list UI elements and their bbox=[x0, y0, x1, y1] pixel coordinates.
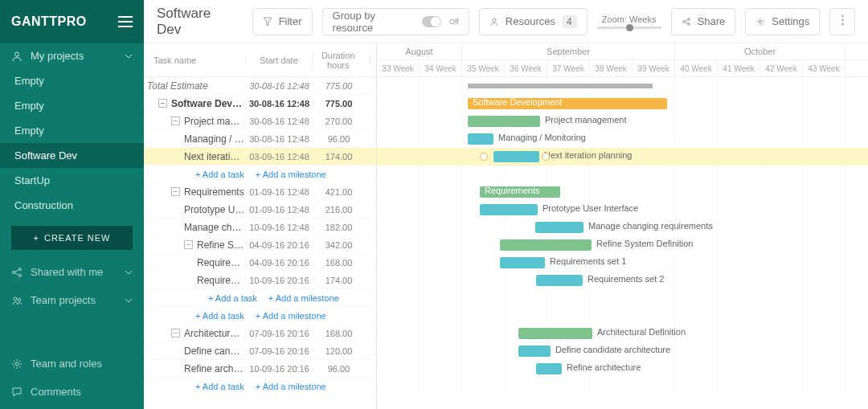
svg-point-12 bbox=[841, 15, 843, 17]
hamburger-icon[interactable] bbox=[118, 16, 133, 27]
task-name: Refine System Definition bbox=[197, 239, 245, 251]
sidebar-project[interactable]: Construction bbox=[0, 193, 144, 218]
task-duration: 775.00 bbox=[313, 81, 364, 91]
collapse-toggle[interactable]: – bbox=[184, 240, 193, 249]
task-duration: 342.00 bbox=[313, 240, 364, 250]
task-row[interactable]: Prototype User Interface01-09-16 12:4821… bbox=[144, 201, 376, 219]
sidebar-project[interactable]: Empty bbox=[0, 118, 144, 143]
task-start: 30-08-16 12:48 bbox=[245, 117, 313, 126]
resources-button[interactable]: Resources 4 bbox=[479, 8, 588, 35]
timeline-month: September bbox=[462, 43, 675, 59]
timeline-week: 37 Week bbox=[547, 60, 590, 77]
gantt-bar[interactable] bbox=[493, 151, 539, 162]
task-name: Project management bbox=[184, 116, 245, 127]
collapse-toggle[interactable]: – bbox=[171, 117, 180, 125]
gantt-bar[interactable] bbox=[500, 257, 545, 268]
collapse-toggle[interactable]: – bbox=[171, 329, 180, 337]
comments-link[interactable]: Comments bbox=[0, 378, 144, 406]
task-row[interactable]: –Requirements01-09-16 12:48421.00 bbox=[144, 183, 376, 201]
task-start: 30-08-16 12:48 bbox=[245, 134, 313, 144]
task-duration: 775.00 bbox=[313, 99, 364, 108]
task-row[interactable]: –Project management30-08-16 12:48270.00 bbox=[144, 112, 376, 130]
settings-button[interactable]: Settings bbox=[745, 8, 820, 35]
bar-label: Software Development bbox=[473, 97, 562, 107]
share-button[interactable]: Share bbox=[671, 8, 736, 35]
collapse-toggle[interactable]: – bbox=[171, 187, 180, 196]
gantt-bar[interactable] bbox=[500, 239, 592, 251]
col-more[interactable]: ⋮ bbox=[363, 55, 376, 65]
sidebar-project[interactable]: Empty bbox=[0, 93, 144, 118]
task-row[interactable]: Requirements set 104-09-16 20:16168.00 bbox=[144, 254, 376, 272]
add-milestone-link[interactable]: + Add a milestone bbox=[256, 309, 326, 323]
shared-with-me[interactable]: Shared with me bbox=[0, 258, 144, 286]
task-name: Architectural Definition bbox=[184, 328, 245, 339]
bar-label: Requirements set 1 bbox=[550, 256, 626, 266]
sidebar-project[interactable]: StartUp bbox=[0, 168, 144, 193]
timeline-week: 40 Week bbox=[675, 60, 718, 77]
milestone-marker[interactable] bbox=[480, 153, 488, 161]
add-milestone-link[interactable]: + Add a milestone bbox=[268, 291, 339, 305]
team-projects[interactable]: Team projects bbox=[0, 286, 144, 314]
gantt-bar[interactable] bbox=[480, 204, 538, 215]
collapse-toggle[interactable]: – bbox=[158, 99, 167, 108]
zoom-slider[interactable] bbox=[597, 27, 661, 29]
bar-label: Refine architecture bbox=[567, 362, 641, 372]
timeline-month: October bbox=[675, 43, 845, 59]
app-logo: GANTTPRO bbox=[11, 14, 87, 29]
task-row[interactable]: –Architectural Definition07-09-16 20:161… bbox=[144, 325, 376, 342]
task-row[interactable]: Requirements set 210-09-16 20:16174.00 bbox=[144, 272, 376, 289]
zoom-control[interactable]: Zoom: Weeks bbox=[597, 14, 661, 29]
more-button[interactable] bbox=[829, 8, 855, 35]
share-icon bbox=[11, 267, 23, 278]
task-start: 07-09-16 20:16 bbox=[245, 329, 313, 338]
add-task-link[interactable]: + Add a task bbox=[195, 167, 244, 182]
gantt-bar[interactable] bbox=[468, 133, 493, 145]
gantt-bar[interactable] bbox=[468, 84, 653, 88]
gantt-bar[interactable] bbox=[535, 222, 583, 233]
plus-icon: + bbox=[34, 233, 39, 243]
task-row[interactable]: Managing / Monitoring30-08-16 12:4896.00 bbox=[144, 130, 376, 148]
filter-button[interactable]: Filter bbox=[252, 8, 313, 35]
task-row[interactable]: Next iteration planning03-09-16 12:48174… bbox=[144, 148, 376, 166]
timeline-week: 38 Week bbox=[590, 60, 633, 77]
add-milestone-link[interactable]: + Add a milestone bbox=[256, 379, 326, 394]
team-and-roles[interactable]: Team and roles bbox=[0, 350, 144, 378]
add-milestone-link[interactable]: + Add a milestone bbox=[256, 167, 326, 182]
task-name: Next iteration planning bbox=[184, 151, 245, 162]
task-row[interactable]: –Refine System Definition04-09-16 20:163… bbox=[144, 236, 376, 254]
bar-label: Next iteration planning bbox=[544, 150, 632, 160]
create-new-button[interactable]: + CREATE NEW bbox=[11, 226, 133, 250]
svg-point-3 bbox=[19, 274, 22, 276]
bar-label: Requirements set 2 bbox=[588, 274, 664, 284]
add-task-link[interactable]: + Add a task bbox=[195, 379, 244, 394]
my-projects-header[interactable]: My projects bbox=[0, 43, 144, 68]
timeline-week: 34 Week bbox=[420, 60, 462, 77]
add-task-link[interactable]: + Add a task bbox=[195, 309, 244, 323]
sidebar-project[interactable]: Empty bbox=[0, 68, 144, 93]
gantt-bar[interactable] bbox=[468, 116, 540, 127]
gantt-bar[interactable] bbox=[518, 346, 551, 357]
kebab-icon bbox=[841, 14, 844, 28]
group-toggle[interactable] bbox=[422, 16, 441, 27]
gantt-bar[interactable] bbox=[536, 275, 583, 286]
sidebar-project[interactable]: Software Dev bbox=[0, 143, 144, 168]
gantt-bar[interactable] bbox=[536, 363, 562, 374]
timeline-week: 43 Week bbox=[803, 60, 845, 77]
share-label: Share bbox=[698, 15, 726, 27]
sidebar-header: GANTTPRO bbox=[0, 0, 144, 43]
milestone-marker[interactable] bbox=[542, 153, 550, 161]
task-duration: 96.00 bbox=[313, 134, 364, 144]
gantt-bar[interactable] bbox=[518, 328, 592, 339]
bar-label: Define candidate architecture bbox=[555, 345, 670, 354]
group-by-button[interactable]: Group by resource Off bbox=[322, 8, 469, 35]
task-start: 03-09-16 12:48 bbox=[245, 152, 313, 162]
svg-point-6 bbox=[15, 362, 18, 366]
topbar: Software Dev Filter Group by resource Of… bbox=[144, 0, 868, 43]
task-row[interactable]: Refine architecture10-09-16 20:1696.00 bbox=[144, 360, 376, 378]
task-row[interactable]: Total Estimate30-08-16 12:48775.00 bbox=[144, 77, 376, 95]
task-row[interactable]: Manage changing requirements10-09-16 12:… bbox=[144, 219, 376, 236]
task-row[interactable]: Define candidate architecture07-09-16 20… bbox=[144, 342, 376, 360]
bar-label: Prototype User Interface bbox=[542, 203, 638, 213]
add-task-link[interactable]: + Add a task bbox=[208, 291, 257, 305]
task-row[interactable]: –Software Development30-08-16 12:48775.0… bbox=[144, 95, 376, 112]
